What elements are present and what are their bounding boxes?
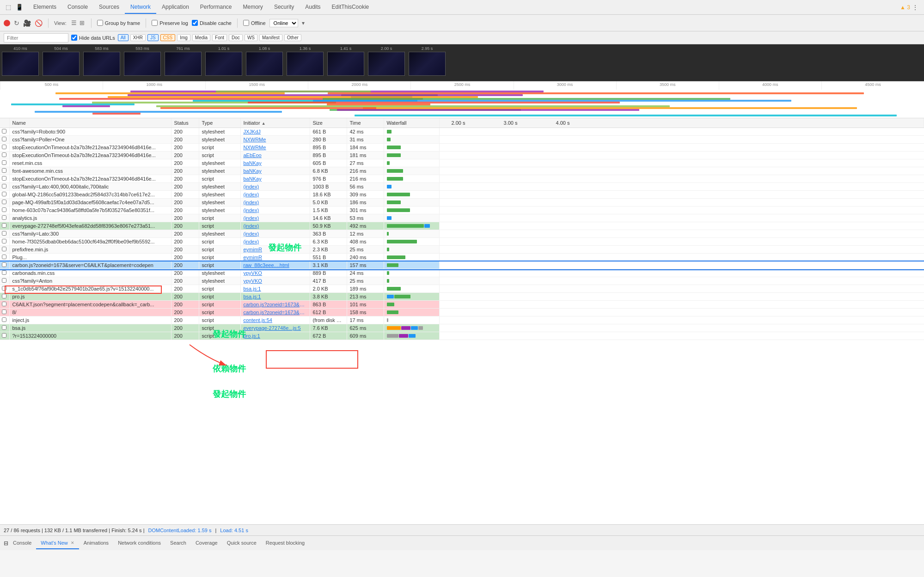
disable-cache-label[interactable]: Disable cache	[192, 20, 232, 26]
initiator-link[interactable]: bsa.js:1	[244, 294, 261, 299]
bottom-tab-coverage[interactable]: Coverage	[191, 537, 222, 549]
grid-view-icon[interactable]: ⊞	[79, 18, 86, 27]
initiator-link[interactable]: (index)	[244, 200, 259, 205]
row-checkbox[interactable]	[2, 129, 6, 134]
row-checkbox[interactable]	[2, 270, 6, 275]
table-row[interactable]: carbon.js?zoneid=1673&serve=C6AlLKT&plac…	[0, 261, 924, 269]
bottom-tab-search[interactable]: Search	[165, 537, 191, 549]
table-row[interactable]: stopExecutionOnTimeout-b2a7b3fe212eaa732…	[0, 152, 924, 159]
screenshot-thumb[interactable]	[327, 52, 364, 76]
row-initiator[interactable]: bsa.js:1	[240, 293, 310, 301]
filter-other-btn[interactable]: Other	[284, 34, 301, 41]
reload-icon[interactable]: ↻	[14, 19, 19, 27]
filter-input[interactable]	[4, 33, 68, 43]
list-view-icon[interactable]: ☰	[70, 18, 78, 27]
row-initiator[interactable]: (index)	[240, 214, 310, 222]
screenshot-thumb[interactable]	[409, 52, 446, 76]
filter-xhr-btn[interactable]: XHR	[130, 34, 146, 41]
initiator-link[interactable]: content.js:54	[244, 317, 272, 323]
th-waterfall[interactable]: Waterfall	[384, 118, 439, 128]
row-checkbox[interactable]	[2, 231, 6, 236]
screenshot-thumb[interactable]	[165, 52, 202, 76]
filter-ws-btn[interactable]: WS	[245, 34, 257, 41]
table-row[interactable]: css?family=Poller+One 200 stylesheet NXW…	[0, 136, 924, 144]
group-by-frame-checkbox[interactable]	[97, 20, 103, 26]
table-row[interactable]: css?family=Roboto:900 200 stylesheet JXJ…	[0, 128, 924, 136]
initiator-link[interactable]: (index)	[244, 239, 259, 244]
more-options-icon[interactable]: ⋮	[910, 4, 920, 11]
row-initiator[interactable]: (index)	[240, 207, 310, 214]
initiator-link[interactable]: (index)	[244, 223, 259, 229]
initiator-link[interactable]: eymimR	[244, 247, 262, 252]
table-row[interactable]: prefixfree.min.js 200 script eymimR 2.3 …	[0, 246, 924, 254]
initiator-link[interactable]: carbon.js?zoneid=1673&serve...	[244, 302, 310, 307]
screenshot-thumb[interactable]	[205, 52, 242, 76]
bottom-tab-whats-new[interactable]: What's New ✕	[36, 537, 79, 549]
screenshot-thumb[interactable]	[287, 52, 324, 76]
row-initiator[interactable]: NXWRMe	[240, 144, 310, 152]
initiator-link[interactable]: baNKay	[244, 160, 262, 166]
table-row[interactable]: css?family=Lato:400,900,400italic,700ita…	[0, 183, 924, 191]
initiator-link[interactable]: NXWRMe	[244, 137, 266, 142]
row-initiator[interactable]: pro.js:1	[240, 332, 310, 340]
row-initiator[interactable]: baNKay	[240, 167, 310, 175]
row-initiator[interactable]: (index)	[240, 222, 310, 230]
filter-icon[interactable]: 🚫	[35, 19, 43, 27]
row-initiator[interactable]: ypyVKO	[240, 277, 310, 285]
initiator-link[interactable]: (index)	[244, 192, 259, 197]
table-row[interactable]: css?family=Lato:300 200 stylesheet (inde…	[0, 230, 924, 238]
initiator-link[interactable]: (index)	[244, 231, 259, 237]
table-row[interactable]: bsa.js 200 script everypage-272748e...js…	[0, 324, 924, 332]
th-type[interactable]: Type	[199, 118, 240, 128]
initiator-link[interactable]: ypyVKO	[244, 278, 262, 284]
row-checkbox[interactable]	[2, 239, 6, 243]
table-row[interactable]: everypage-272748ef5f043efea682dd58f83963…	[0, 222, 924, 230]
bottom-tab-animations[interactable]: Animations	[79, 537, 113, 549]
initiator-link[interactable]: pro.js:1	[244, 333, 260, 339]
row-initiator[interactable]: eymimR	[240, 246, 310, 254]
initiator-link[interactable]: aEbEoo	[244, 152, 262, 158]
row-checkbox[interactable]	[2, 192, 6, 196]
filter-doc-btn[interactable]: Doc	[229, 34, 243, 41]
tab-console[interactable]: Console	[62, 1, 93, 14]
record-button[interactable]	[4, 20, 10, 26]
row-initiator[interactable]: everypage-272748e...js:5	[240, 324, 310, 332]
row-checkbox[interactable]	[2, 184, 6, 188]
row-checkbox[interactable]	[2, 200, 6, 204]
preserve-log-checkbox[interactable]	[152, 20, 158, 26]
row-checkbox[interactable]	[2, 247, 6, 251]
screenshot-thumb[interactable]	[368, 52, 405, 76]
row-initiator[interactable]: NXWRMe	[240, 136, 310, 144]
table-row[interactable]: home-603c07b7cac94386af58ffd0a5fe7b5f035…	[0, 207, 924, 214]
tab-sources[interactable]: Sources	[93, 1, 125, 14]
table-row[interactable]: inject.js 200 script content.js:54 (from…	[0, 316, 924, 324]
row-checkbox[interactable]	[2, 168, 6, 173]
screenshot-thumb[interactable]	[43, 52, 80, 76]
tab-memory[interactable]: Memory	[238, 1, 269, 14]
initiator-link[interactable]: baNKay	[244, 168, 262, 174]
row-checkbox[interactable]	[2, 286, 6, 291]
row-initiator[interactable]: (index)	[240, 191, 310, 199]
th-initiator[interactable]: Initiator ▲	[240, 118, 310, 128]
row-initiator[interactable]: (index)	[240, 199, 310, 207]
tab-application[interactable]: Application	[156, 1, 195, 14]
th-size[interactable]: Size	[310, 118, 347, 128]
disable-cache-checkbox[interactable]	[192, 20, 198, 26]
row-checkbox[interactable]	[2, 262, 6, 267]
offline-label[interactable]: Offline	[243, 20, 266, 26]
initiator-link[interactable]: JXJKdJ	[244, 129, 261, 134]
table-row[interactable]: home-7f30255dbab0beb6dac5100cf649a2ff0f9…	[0, 238, 924, 246]
table-row[interactable]: 8/ 200 script carbon.js?zoneid=1673&serv…	[0, 309, 924, 316]
filter-font-btn[interactable]: Font	[212, 34, 227, 41]
tab-security[interactable]: Security	[269, 1, 300, 14]
offline-checkbox[interactable]	[243, 20, 249, 26]
inspect-icon[interactable]: ⬚	[4, 3, 13, 12]
row-checkbox[interactable]	[2, 302, 6, 306]
row-initiator[interactable]: JXJKdJ	[240, 128, 310, 136]
row-initiator[interactable]: carbon.js?zoneid=1673&serve...	[240, 301, 310, 309]
row-checkbox[interactable]	[2, 325, 6, 330]
row-checkbox[interactable]	[2, 215, 6, 220]
row-checkbox[interactable]	[2, 223, 6, 228]
table-row[interactable]: font-awesome.min.css 200 stylesheet baNK…	[0, 167, 924, 175]
console-drawer-icon[interactable]: ⊟	[4, 540, 8, 547]
